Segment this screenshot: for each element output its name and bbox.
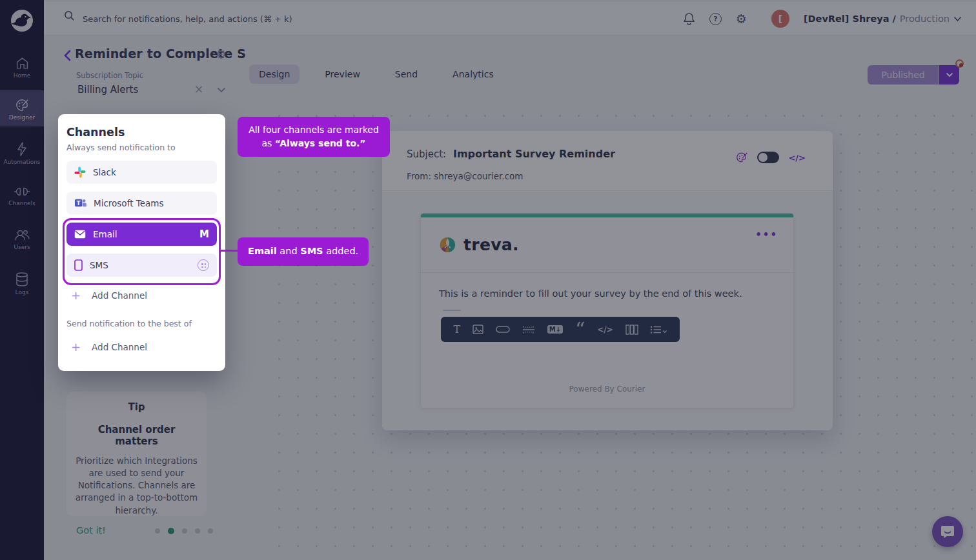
svg-text:T: T bbox=[77, 200, 81, 206]
add-channel-button-best-of[interactable]: + Add Channel bbox=[66, 341, 147, 353]
add-channel-button[interactable]: + Add Channel bbox=[66, 290, 147, 301]
tooltip-always-send: All four channels are marked as “Always … bbox=[238, 117, 390, 157]
channel-label: Microsoft Teams bbox=[94, 198, 163, 208]
tooltip-channels-added: Email and SMS added. bbox=[238, 237, 369, 266]
tooltip-sms-bold: SMS bbox=[300, 246, 323, 256]
app-screen: Home Designer Automations Channels bbox=[0, 0, 976, 560]
microsoft-teams-icon: T bbox=[74, 197, 86, 209]
channel-label: Slack bbox=[93, 167, 116, 177]
tooltip-suffix-text: added. bbox=[323, 246, 359, 256]
channel-list: Slack T Microsoft Teams Email M bbox=[66, 161, 217, 277]
tooltip-connector-line bbox=[220, 250, 238, 252]
tooltip-line2-prefix: as bbox=[261, 138, 274, 148]
tooltip-email-bold: Email bbox=[248, 246, 277, 256]
channels-subtitle: Always send notification to bbox=[66, 143, 176, 152]
channel-label: SMS bbox=[90, 260, 108, 270]
gmail-provider-icon: M bbox=[199, 228, 209, 240]
channels-title: Channels bbox=[66, 126, 125, 139]
plus-icon: + bbox=[71, 290, 81, 301]
channels-panel: Channels Always send notification to Sla… bbox=[58, 114, 225, 371]
tooltip-line2-bold: “Always send to.” bbox=[275, 138, 366, 148]
channel-row-slack[interactable]: Slack bbox=[66, 161, 217, 184]
channel-row-email[interactable]: Email M bbox=[66, 223, 217, 246]
sms-provider-grid-icon bbox=[198, 259, 209, 271]
plus-icon: + bbox=[71, 341, 81, 353]
channel-row-sms[interactable]: SMS bbox=[66, 254, 217, 277]
tooltip-line1: All four channels are marked bbox=[249, 125, 379, 135]
slack-icon bbox=[74, 166, 86, 178]
channel-row-teams[interactable]: T Microsoft Teams bbox=[66, 192, 217, 215]
best-of-label: Send notification to the best of bbox=[66, 319, 192, 328]
channel-label: Email bbox=[93, 229, 117, 239]
sms-phone-icon bbox=[74, 259, 83, 271]
email-icon bbox=[74, 230, 86, 239]
add-channel-label: Add Channel bbox=[92, 290, 147, 301]
add-channel-label: Add Channel bbox=[92, 342, 147, 352]
tooltip-mid-text: and bbox=[277, 246, 301, 256]
